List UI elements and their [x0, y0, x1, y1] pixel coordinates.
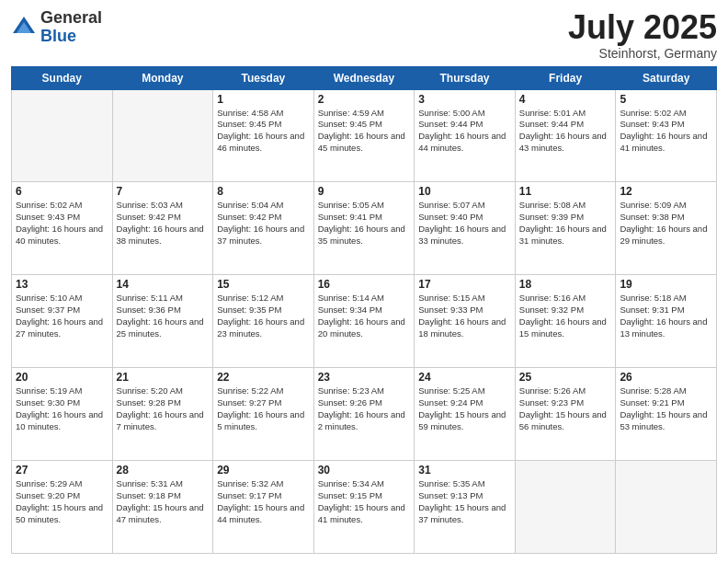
calendar-day-cell: 3Sunrise: 5:00 AM Sunset: 9:44 PM Daylig…	[415, 89, 516, 182]
logo-icon	[11, 15, 37, 40]
day-number: 10	[418, 185, 511, 198]
calendar-day-cell: 12Sunrise: 5:09 AM Sunset: 9:38 PM Dayli…	[616, 182, 717, 275]
day-info: Sunrise: 5:07 AM Sunset: 9:40 PM Dayligh…	[418, 200, 511, 247]
day-info: Sunrise: 5:29 AM Sunset: 9:20 PM Dayligh…	[16, 478, 108, 525]
calendar-day-cell: 15Sunrise: 5:12 AM Sunset: 9:35 PM Dayli…	[213, 275, 314, 368]
day-info: Sunrise: 5:04 AM Sunset: 9:42 PM Dayligh…	[217, 200, 310, 247]
day-number: 3	[418, 93, 511, 106]
day-info: Sunrise: 5:08 AM Sunset: 9:39 PM Dayligh…	[519, 200, 612, 247]
calendar-week-row: 6Sunrise: 5:02 AM Sunset: 9:43 PM Daylig…	[12, 182, 717, 275]
day-info: Sunrise: 5:26 AM Sunset: 9:23 PM Dayligh…	[519, 385, 612, 432]
calendar-day-cell: 28Sunrise: 5:31 AM Sunset: 9:18 PM Dayli…	[112, 461, 213, 554]
day-info: Sunrise: 5:14 AM Sunset: 9:34 PM Dayligh…	[318, 293, 411, 339]
calendar-day-header: Saturday	[616, 66, 717, 89]
day-number: 11	[519, 185, 612, 198]
calendar-day-cell: 31Sunrise: 5:35 AM Sunset: 9:13 PM Dayli…	[415, 461, 516, 554]
day-info: Sunrise: 5:09 AM Sunset: 9:38 PM Dayligh…	[620, 200, 712, 247]
day-info: Sunrise: 5:22 AM Sunset: 9:27 PM Dayligh…	[217, 385, 310, 432]
day-info: Sunrise: 5:18 AM Sunset: 9:31 PM Dayligh…	[620, 293, 712, 339]
day-number: 29	[217, 464, 310, 477]
calendar-header-row: SundayMondayTuesdayWednesdayThursdayFrid…	[12, 66, 717, 89]
calendar-week-row: 20Sunrise: 5:19 AM Sunset: 9:30 PM Dayli…	[12, 368, 717, 461]
calendar-day-header: Monday	[112, 66, 213, 89]
day-number: 8	[217, 185, 310, 198]
calendar-day-cell: 7Sunrise: 5:03 AM Sunset: 9:42 PM Daylig…	[112, 182, 213, 275]
day-number: 21	[117, 371, 210, 384]
calendar-day-cell: 2Sunrise: 4:59 AM Sunset: 9:45 PM Daylig…	[313, 89, 415, 182]
calendar-day-cell: 9Sunrise: 5:05 AM Sunset: 9:41 PM Daylig…	[313, 182, 415, 275]
logo-blue-text: Blue	[40, 28, 102, 46]
day-number: 18	[519, 278, 612, 291]
calendar-day-cell	[112, 89, 213, 182]
calendar-day-cell	[12, 89, 113, 182]
title-block: July 2025 Steinhorst, Germany	[568, 9, 717, 61]
calendar-week-row: 13Sunrise: 5:10 AM Sunset: 9:37 PM Dayli…	[12, 275, 717, 368]
calendar-day-cell: 19Sunrise: 5:18 AM Sunset: 9:31 PM Dayli…	[616, 275, 717, 368]
day-info: Sunrise: 5:34 AM Sunset: 9:15 PM Dayligh…	[318, 478, 411, 525]
day-number: 27	[16, 464, 108, 477]
day-number: 9	[318, 185, 411, 198]
day-info: Sunrise: 5:15 AM Sunset: 9:33 PM Dayligh…	[418, 293, 511, 339]
day-info: Sunrise: 5:16 AM Sunset: 9:32 PM Dayligh…	[519, 293, 612, 339]
calendar-day-cell: 10Sunrise: 5:07 AM Sunset: 9:40 PM Dayli…	[415, 182, 516, 275]
calendar-day-cell: 20Sunrise: 5:19 AM Sunset: 9:30 PM Dayli…	[12, 368, 113, 461]
day-number: 26	[620, 371, 712, 384]
calendar-day-cell: 18Sunrise: 5:16 AM Sunset: 9:32 PM Dayli…	[515, 275, 616, 368]
calendar-day-header: Tuesday	[213, 66, 314, 89]
logo-text: General Blue	[40, 9, 102, 46]
calendar-day-cell: 11Sunrise: 5:08 AM Sunset: 9:39 PM Dayli…	[515, 182, 616, 275]
day-number: 25	[519, 371, 612, 384]
calendar-day-cell: 24Sunrise: 5:25 AM Sunset: 9:24 PM Dayli…	[415, 368, 516, 461]
day-number: 24	[418, 371, 511, 384]
calendar-day-cell	[515, 461, 616, 554]
day-number: 4	[519, 93, 612, 106]
day-number: 30	[318, 464, 411, 477]
day-number: 14	[117, 278, 210, 291]
day-number: 1	[217, 93, 310, 106]
day-number: 13	[16, 278, 108, 291]
day-number: 22	[217, 371, 310, 384]
day-number: 2	[318, 93, 411, 106]
calendar-day-header: Wednesday	[313, 66, 415, 89]
day-number: 7	[117, 185, 210, 198]
day-info: Sunrise: 5:02 AM Sunset: 9:43 PM Dayligh…	[620, 108, 712, 155]
day-info: Sunrise: 5:03 AM Sunset: 9:42 PM Dayligh…	[117, 200, 210, 247]
day-info: Sunrise: 5:00 AM Sunset: 9:44 PM Dayligh…	[418, 108, 511, 155]
calendar-day-cell: 30Sunrise: 5:34 AM Sunset: 9:15 PM Dayli…	[313, 461, 415, 554]
day-info: Sunrise: 5:32 AM Sunset: 9:17 PM Dayligh…	[217, 478, 310, 525]
day-number: 31	[418, 464, 511, 477]
day-number: 28	[117, 464, 210, 477]
day-number: 6	[16, 185, 108, 198]
calendar-day-cell: 21Sunrise: 5:20 AM Sunset: 9:28 PM Dayli…	[112, 368, 213, 461]
day-info: Sunrise: 5:11 AM Sunset: 9:36 PM Dayligh…	[117, 293, 210, 339]
subtitle: Steinhorst, Germany	[568, 46, 717, 61]
day-info: Sunrise: 5:23 AM Sunset: 9:26 PM Dayligh…	[318, 385, 411, 432]
day-info: Sunrise: 5:25 AM Sunset: 9:24 PM Dayligh…	[418, 385, 511, 432]
day-info: Sunrise: 5:20 AM Sunset: 9:28 PM Dayligh…	[117, 385, 210, 432]
calendar-day-cell: 6Sunrise: 5:02 AM Sunset: 9:43 PM Daylig…	[12, 182, 113, 275]
logo-general-text: General	[40, 9, 102, 28]
calendar-day-cell: 29Sunrise: 5:32 AM Sunset: 9:17 PM Dayli…	[213, 461, 314, 554]
month-title: July 2025	[568, 9, 717, 46]
calendar-day-header: Thursday	[415, 66, 516, 89]
logo: General Blue	[11, 9, 102, 46]
calendar-day-header: Friday	[515, 66, 616, 89]
calendar-day-cell	[616, 461, 717, 554]
day-number: 17	[418, 278, 511, 291]
calendar-day-cell: 1Sunrise: 4:58 AM Sunset: 9:45 PM Daylig…	[213, 89, 314, 182]
calendar-day-cell: 13Sunrise: 5:10 AM Sunset: 9:37 PM Dayli…	[12, 275, 113, 368]
day-info: Sunrise: 5:10 AM Sunset: 9:37 PM Dayligh…	[16, 293, 108, 339]
calendar-day-cell: 16Sunrise: 5:14 AM Sunset: 9:34 PM Dayli…	[313, 275, 415, 368]
day-info: Sunrise: 5:02 AM Sunset: 9:43 PM Dayligh…	[16, 200, 108, 247]
calendar-day-cell: 22Sunrise: 5:22 AM Sunset: 9:27 PM Dayli…	[213, 368, 314, 461]
calendar-week-row: 27Sunrise: 5:29 AM Sunset: 9:20 PM Dayli…	[12, 461, 717, 554]
day-info: Sunrise: 5:31 AM Sunset: 9:18 PM Dayligh…	[117, 478, 210, 525]
calendar-table: SundayMondayTuesdayWednesdayThursdayFrid…	[11, 66, 717, 554]
day-info: Sunrise: 4:58 AM Sunset: 9:45 PM Dayligh…	[217, 108, 310, 155]
calendar-day-cell: 4Sunrise: 5:01 AM Sunset: 9:44 PM Daylig…	[515, 89, 616, 182]
day-info: Sunrise: 5:19 AM Sunset: 9:30 PM Dayligh…	[16, 385, 108, 432]
day-number: 19	[620, 278, 712, 291]
day-info: Sunrise: 5:35 AM Sunset: 9:13 PM Dayligh…	[418, 478, 511, 525]
calendar-day-cell: 8Sunrise: 5:04 AM Sunset: 9:42 PM Daylig…	[213, 182, 314, 275]
day-info: Sunrise: 5:01 AM Sunset: 9:44 PM Dayligh…	[519, 108, 612, 155]
